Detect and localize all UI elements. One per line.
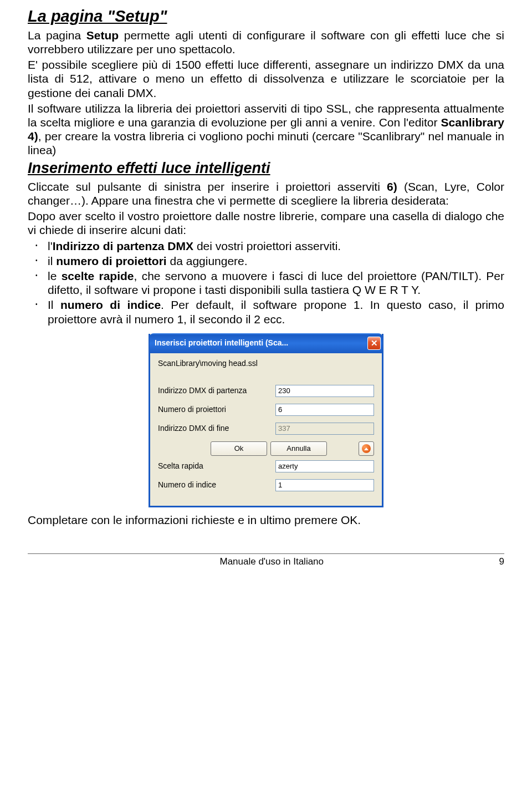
label-index: Numero di indice — [158, 480, 275, 490]
label-dmx-start: Indirizzo DMX di partenza — [158, 386, 275, 395]
dialog-window: Inserisci proiettori intelligenti (Sca..… — [149, 334, 383, 507]
text: Il software utilizza la libreria dei pro… — [28, 102, 504, 129]
row-dmx-end: Indirizzo DMX di fine — [158, 423, 374, 435]
bold-6: 6) — [387, 180, 397, 193]
heading-setup: La pagina "Setup" — [28, 7, 504, 26]
label-shortcut: Scelta rapida — [158, 461, 275, 471]
dialog-path: ScanLibrary\moving head.ssl — [158, 359, 374, 368]
row-num-proj: Numero di proiettori — [158, 404, 374, 416]
close-button[interactable]: ✕ — [367, 337, 381, 350]
text: , per creare la vostra libreria ci vogli… — [28, 130, 504, 156]
list-item: le scelte rapide, che servono a muovere … — [48, 269, 504, 297]
input-num-proj[interactable] — [275, 404, 374, 416]
footer-rule — [28, 553, 504, 554]
button-row: Ok Annulla — [211, 441, 374, 456]
para-1: La pagina Setup permette agli utenti di … — [28, 28, 504, 56]
heading-inserimento: Inserimento effetti luce intelligenti — [28, 159, 504, 177]
bold-scelte-rapide: scelte rapide — [62, 270, 134, 282]
close-icon: ✕ — [371, 338, 378, 348]
dialog-body: ScanLibrary\moving head.ssl Indirizzo DM… — [150, 353, 382, 506]
dialog-screenshot: Inserisci proiettori intelligenti (Sca..… — [28, 334, 504, 507]
para-4: Cliccate sul pulsante di sinistra per in… — [28, 180, 504, 207]
para-5: Dopo aver scelto il vostro proiettore da… — [28, 209, 504, 237]
text: da aggiungere. — [167, 255, 248, 267]
input-shortcut[interactable] — [275, 460, 374, 472]
text: Il — [48, 298, 60, 311]
text: le — [48, 270, 62, 282]
text: dei vostri proiettori asserviti. — [193, 240, 341, 252]
footer-text: Manuale d'uso in Italiano — [44, 556, 499, 567]
ok-button[interactable]: Ok — [211, 441, 267, 456]
bold-indirizzo-dmx: Indirizzo di partenza DMX — [53, 240, 193, 252]
input-dmx-start[interactable] — [275, 385, 374, 397]
dialog-title: Inserisci proiettori intelligenti (Sca..… — [155, 338, 288, 348]
input-dmx-end — [275, 423, 374, 435]
para-6: Completare con le informazioni richieste… — [28, 513, 504, 527]
page-footer: Manuale d'uso in Italiano 9 — [28, 556, 504, 567]
row-shortcut: Scelta rapida — [158, 460, 374, 472]
bullet-list: l'Indirizzo di partenza DMX dei vostri p… — [28, 239, 504, 326]
bold-setup: Setup — [86, 29, 119, 42]
label-num-proj: Numero di proiettori — [158, 405, 275, 414]
list-item: l'Indirizzo di partenza DMX dei vostri p… — [48, 239, 504, 253]
cancel-button[interactable]: Annulla — [270, 441, 327, 456]
bold-numero-indice: numero di indice — [60, 298, 161, 311]
text: il — [48, 255, 56, 267]
para-2: E' possibile scegliere più di 1500 effet… — [28, 58, 504, 100]
chevron-up-icon — [362, 444, 371, 453]
expand-button[interactable] — [359, 441, 374, 456]
list-item: Il numero di indice. Per default, il sof… — [48, 298, 504, 326]
text: l' — [48, 240, 53, 252]
row-index: Numero di indice — [158, 479, 374, 491]
page-number: 9 — [499, 556, 504, 567]
text: La pagina — [28, 29, 86, 42]
bold-numero-proiettori: numero di proiettori — [56, 255, 167, 267]
list-item: il numero di proiettori da aggiungere. — [48, 254, 504, 268]
input-index[interactable] — [275, 479, 374, 491]
text: Cliccate sul pulsante di sinistra per in… — [28, 180, 387, 193]
label-dmx-end: Indirizzo DMX di fine — [158, 424, 275, 433]
para-3: Il software utilizza la libreria dei pro… — [28, 101, 504, 157]
dialog-titlebar[interactable]: Inserisci proiettori intelligenti (Sca..… — [150, 333, 382, 353]
row-dmx-start: Indirizzo DMX di partenza — [158, 385, 374, 397]
